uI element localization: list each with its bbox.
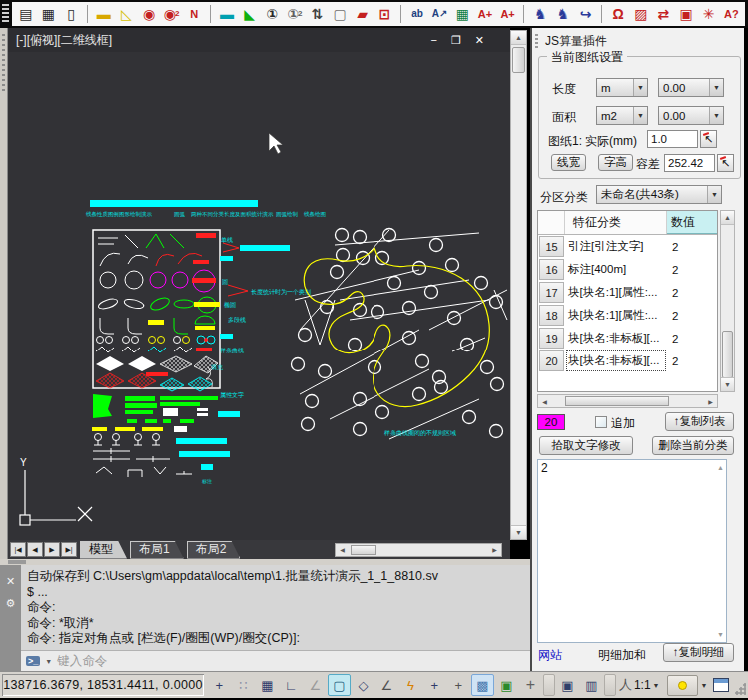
row-number[interactable]: 20	[539, 350, 564, 371]
status-transparency-icon[interactable]: ▩	[471, 674, 494, 696]
row-value[interactable]: 2	[667, 258, 717, 281]
length-precision-select[interactable]: 0.00▼	[658, 78, 724, 97]
toolbar-zoom-r2-icon[interactable]: ◉2	[161, 3, 183, 25]
table-hscroll-thumb[interactable]	[565, 396, 669, 406]
tab-nav-next-icon[interactable]: ▶	[44, 542, 60, 557]
resize-grip[interactable]	[735, 683, 746, 695]
status-polar-lightning-icon[interactable]: ϟ	[399, 674, 422, 696]
delete-category-button[interactable]: 删除当前分类	[652, 436, 734, 455]
scroll-left-icon[interactable]: ◀	[538, 395, 551, 407]
panel-grip[interactable]	[535, 34, 538, 48]
length-unit-select[interactable]: m▼	[596, 78, 648, 97]
row-value[interactable]: 2	[667, 327, 717, 350]
toolbar-table-export-icon[interactable]: ▦	[451, 3, 473, 25]
row-category[interactable]: 标注[400m]	[565, 258, 667, 281]
toolbar-doc-ruler-icon[interactable]: ▰	[352, 3, 374, 25]
status-selection-cycling-icon[interactable]: +	[519, 674, 542, 696]
toolbar-block-row-icon[interactable]: ▦	[38, 3, 60, 25]
drawing-canvas[interactable]: 线条性质图例图形绘制演示 圆弧 两种不同分类长度及面积统计演示 圆弧绘制 线条绘…	[8, 52, 510, 540]
dock-edge-grip[interactable]	[0, 28, 8, 559]
row-number[interactable]: 16	[539, 259, 564, 280]
scroll-down-icon[interactable]: ▼	[721, 377, 734, 391]
toolbar-circled-numbers-icon[interactable]: ①2	[284, 3, 306, 25]
toolbar-zoom-r-icon[interactable]: ◉	[138, 3, 160, 25]
canvas-hscrollbar[interactable]: ◀ ▶	[335, 543, 502, 557]
status-lineweight-icon[interactable]: +	[447, 674, 470, 696]
scroll-up-icon[interactable]: ▲	[717, 464, 724, 471]
toolbar-magnet-icon[interactable]: Ω	[607, 3, 629, 25]
toolbar-slope-measure-icon[interactable]: ◺	[116, 3, 138, 25]
toolbar-circled-1-icon[interactable]: ①	[261, 3, 283, 25]
prompt-dropdown-icon[interactable]: ▼	[45, 658, 52, 665]
annotation-scale[interactable]: 人 1:1 ▼	[619, 676, 660, 694]
partition-select[interactable]: 未命名(共43条)▼	[596, 185, 722, 204]
tab-layout1[interactable]: 布局1	[130, 541, 184, 559]
minimize-icon[interactable]: −	[430, 34, 436, 47]
tab-nav-first-icon[interactable]: |◀	[10, 542, 26, 557]
coordinates-display[interactable]: 138716.3679, 18531.4411, 0.0000	[2, 674, 204, 696]
row-number[interactable]: 15	[539, 236, 564, 257]
row-number[interactable]: 19	[539, 328, 564, 349]
toolbar-doc-outline-icon[interactable]: ▤	[15, 3, 37, 25]
pick-text-button[interactable]: 拾取文字修改	[539, 436, 633, 455]
restore-icon[interactable]: ❐	[451, 34, 461, 47]
toolbar-ruler-measure-icon[interactable]: ▬	[93, 3, 115, 25]
tab-nav-last-icon[interactable]: ▶|	[61, 542, 77, 557]
toolbar-blue-tool-1-icon[interactable]: ♞	[529, 3, 551, 25]
toolbar-area-triangle-icon[interactable]: ◣	[239, 3, 261, 25]
status-polar-tracking-icon[interactable]: ∠	[304, 674, 327, 696]
status-ortho-mode-icon[interactable]: ∟	[280, 674, 303, 696]
chevron-down-icon[interactable]: ▼	[701, 682, 708, 689]
row-value[interactable]: 2	[667, 235, 717, 258]
close-icon[interactable]: ✕	[475, 34, 484, 47]
toolbar-ruler-scale-icon[interactable]: ▬	[216, 3, 238, 25]
wrench-icon[interactable]: ⚙	[6, 597, 16, 610]
row-value[interactable]: 2	[667, 304, 717, 327]
toolbar-text-add-2-icon[interactable]: A+	[497, 3, 519, 25]
area-precision-select[interactable]: 0.00▼	[658, 106, 724, 125]
append-checkbox[interactable]	[595, 416, 607, 428]
textheight-button[interactable]: 字高	[598, 154, 633, 171]
tab-nav-prev-icon[interactable]: ◀	[27, 542, 43, 557]
actual-input[interactable]: 1.0	[647, 130, 698, 148]
scroll-up-icon[interactable]: ▲	[721, 211, 734, 225]
tab-model[interactable]: 模型	[80, 541, 127, 559]
detail-textarea[interactable]: 2 ▲ ▼	[537, 459, 727, 643]
toolbar-grip[interactable]	[2, 4, 9, 24]
tolerance-input[interactable]: 252.42	[664, 154, 715, 172]
toolbar-hatch-box-icon[interactable]: ▨	[630, 3, 652, 25]
close-command-icon[interactable]: ✕	[6, 575, 15, 588]
row-number[interactable]: 18	[539, 305, 564, 326]
tab-layout2[interactable]: 布局2	[187, 541, 241, 559]
interface-settings-icon[interactable]	[713, 678, 730, 692]
status-quick-properties-icon[interactable]: ▣	[495, 674, 518, 696]
copy-detail-button[interactable]: ↑复制明细	[663, 643, 734, 662]
scroll-right-icon[interactable]: ▶	[704, 395, 717, 407]
status-object-snap-icon[interactable]: ▢	[328, 674, 351, 696]
toolbar-find-text-icon[interactable]: ab	[406, 3, 428, 25]
toolbar-rect-dashed-icon[interactable]: ▢	[329, 3, 351, 25]
toolbar-box-center-icon[interactable]: ⊡	[374, 3, 396, 25]
pick-tolerance-button[interactable]: ↖	[717, 154, 734, 172]
row-number[interactable]: 17	[539, 282, 564, 303]
area-unit-select[interactable]: m2▼	[596, 106, 648, 125]
copy-list-button[interactable]: ↑复制列表	[665, 412, 734, 431]
toolbar-text-question-icon[interactable]: A?	[721, 3, 743, 25]
linewidth-button[interactable]: 线宽	[551, 154, 586, 171]
status-clean-screen-icon[interactable]: ▣	[556, 674, 579, 696]
row-value[interactable]: 2	[667, 350, 717, 372]
row-category[interactable]: 块[块名:1][属性:...	[565, 281, 667, 304]
scroll-left-icon[interactable]: ◀	[336, 544, 349, 556]
toolbar-text-add-1-icon[interactable]: A+	[474, 3, 496, 25]
toolbar-blue-tool-2-icon[interactable]: ♞	[552, 3, 574, 25]
toolbar-block-column-icon[interactable]: ▯	[60, 3, 82, 25]
annotation-visibility-button[interactable]	[667, 675, 698, 696]
row-category[interactable]: 引注[引注文字]	[565, 235, 667, 258]
row-category[interactable]: 块[块名:非标板][...	[565, 327, 667, 350]
table-vscroll-thumb[interactable]	[722, 331, 733, 378]
command-input[interactable]: 键入命令	[57, 653, 107, 670]
toolbar-burst-icon[interactable]: ✳	[698, 3, 720, 25]
canvas-vscrollbar[interactable]: ▲ ▼	[510, 30, 527, 540]
viewport-controls[interactable]: [-][俯视][二维线框]	[16, 32, 112, 49]
status-osnap-3d-icon[interactable]: ◇	[352, 674, 374, 696]
